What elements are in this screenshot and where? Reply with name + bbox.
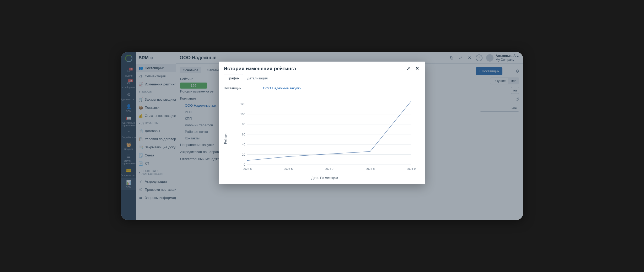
svg-text:80: 80 — [242, 123, 245, 126]
modal-title: История изменения рейтинга — [224, 66, 402, 72]
modal-overlay[interactable]: История изменения рейтинга ⤢ ✕ График Де… — [121, 52, 523, 220]
rating-history-modal: История изменения рейтинга ⤢ ✕ График Де… — [219, 62, 425, 184]
close-icon[interactable]: ✕ — [414, 65, 420, 72]
svg-text:0: 0 — [244, 163, 245, 166]
expand-icon[interactable]: ⤢ — [405, 65, 411, 72]
modal-tab-detail[interactable]: Детализация — [243, 74, 271, 82]
x-axis-label: Дата. По месяцам — [229, 176, 420, 180]
svg-text:40: 40 — [242, 143, 245, 146]
svg-text:2024-5: 2024-5 — [243, 167, 252, 170]
svg-text:2024-6: 2024-6 — [284, 167, 293, 170]
supplier-name: ООО Надежные закупки — [263, 86, 302, 90]
svg-text:2024-9: 2024-9 — [407, 167, 416, 170]
svg-text:2024-8: 2024-8 — [366, 167, 375, 170]
svg-text:120: 120 — [240, 102, 245, 106]
modal-tab-chart[interactable]: График — [224, 74, 243, 82]
rating-chart: 0204060801001202024-52024-62024-72024-82… — [229, 96, 420, 172]
svg-text:2024-7: 2024-7 — [325, 167, 334, 170]
svg-text:60: 60 — [242, 133, 245, 136]
supplier-label: Поставщик — [224, 86, 258, 90]
svg-text:20: 20 — [242, 153, 245, 156]
svg-text:100: 100 — [240, 113, 245, 116]
y-axis-label: Рейтинг — [224, 132, 227, 144]
